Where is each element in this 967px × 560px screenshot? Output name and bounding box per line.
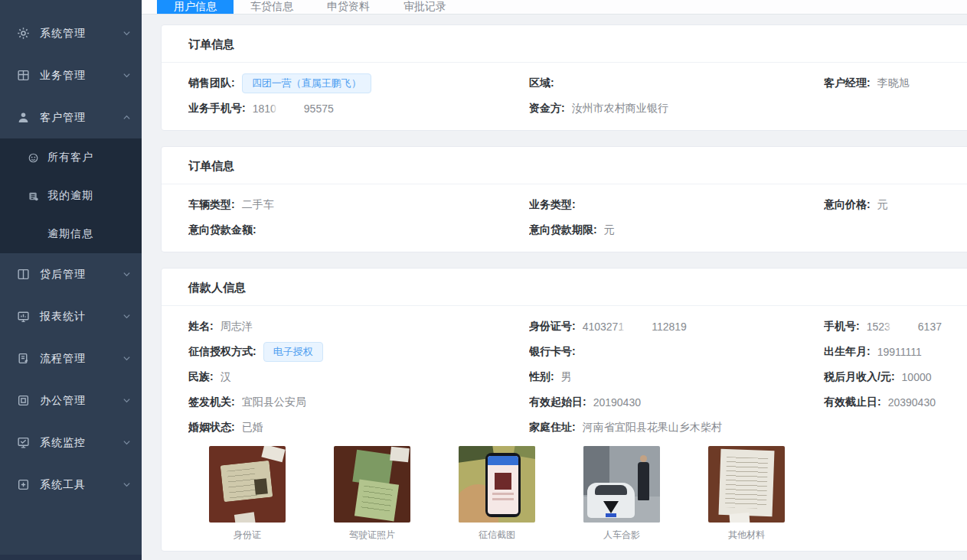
chevron-down-icon: [123, 396, 131, 405]
field-label: 区域:: [529, 77, 554, 90]
gear-icon: [17, 27, 30, 40]
chevron-down-icon: [123, 480, 131, 489]
document-photo-list: 身份证 驾驶证照片 征信截图: [188, 440, 967, 542]
field-label: 身份证号:: [529, 320, 576, 334]
sidebar-subitem-all-customers[interactable]: 所有客户: [0, 138, 142, 177]
sidebar-item-label: 系统工具: [40, 478, 123, 492]
sidebar: 系统管理 业务管理 客户管理 所有客户 我的逾期 逾期信息 贷后管理 报表统计: [0, 0, 142, 560]
field-value: 10000: [902, 371, 932, 383]
field-value: 李晓旭: [877, 77, 910, 90]
field-value: 元: [604, 223, 615, 237]
field-account-manager: 客户经理: 李晓旭: [824, 70, 967, 96]
field-gender: 性别: 男: [529, 364, 824, 389]
field-label: 民族:: [188, 370, 214, 384]
field-intent-loan-amount: 意向贷款金额:: [188, 217, 529, 243]
field-value-prefix: 1810: [253, 103, 276, 115]
photo-caption: 身份证: [209, 529, 286, 542]
office-icon: [17, 394, 30, 407]
tab-user-info[interactable]: 用户信息: [157, 0, 234, 14]
field-value: 河南省宜阳县花果山乡木柴村: [583, 421, 722, 435]
sidebar-item-report-statistics[interactable]: 报表统计: [0, 295, 142, 337]
green-booklet-photo[interactable]: [334, 446, 410, 523]
field-label: 客户经理:: [824, 77, 871, 90]
tab-car-loan-info[interactable]: 车贷信息: [234, 0, 310, 14]
field-valid-to: 有效截止日: 20390430: [824, 389, 967, 415]
field-label: 手机号:: [824, 320, 860, 334]
field-label: 有效截止日:: [824, 396, 881, 409]
field-birth-date: 出生年月: 19911111: [824, 339, 967, 364]
sidebar-subitem-overdue-info[interactable]: 逾期信息: [0, 215, 142, 253]
sidebar-item-label: 贷后管理: [40, 268, 123, 282]
field-issuing-authority: 签发机关: 宜阳县公安局: [188, 389, 529, 415]
sidebar-item-label: 办公管理: [40, 394, 123, 408]
monitor-icon: [17, 436, 30, 449]
overdue-icon: [28, 190, 39, 202]
redaction-blur: [891, 320, 917, 334]
sidebar-item-process-management[interactable]: 流程管理: [0, 337, 142, 379]
field-value: 男: [561, 370, 572, 384]
customer-management-submenu: 所有客户 我的逾期 逾期信息: [0, 138, 142, 253]
tab-approval-records[interactable]: 审批记录: [387, 0, 463, 14]
field-empty: [824, 415, 967, 440]
sidebar-item-label: 客户管理: [40, 111, 123, 125]
sidebar-item-customer-management[interactable]: 客户管理: [0, 96, 142, 138]
field-mobile-number: 手机号: 1523 6137: [824, 314, 967, 339]
borrower-info-card: 借款人信息 姓名: 周志洋 身份证号: 4103271 112819 手机号:: [161, 268, 967, 552]
grid-icon: [17, 69, 30, 82]
field-label: 家庭住址:: [529, 421, 576, 435]
field-bank-card-number: 银行卡号:: [529, 339, 824, 364]
field-value: 19911111: [877, 346, 922, 358]
process-icon: [17, 352, 30, 365]
sidebar-item-label: 流程管理: [40, 352, 123, 366]
person-car-photo[interactable]: [583, 446, 660, 523]
field-region: 区域:: [529, 70, 824, 96]
book-icon: [17, 268, 30, 281]
photo-item: 其他材料: [708, 446, 785, 542]
field-intent-loan-term: 意向贷款期限: 元: [529, 217, 824, 243]
field-label: 意向贷款期限:: [529, 223, 597, 237]
field-value: 周志洋: [221, 320, 253, 334]
field-label: 签发机关:: [188, 396, 235, 409]
detail-tabbar: 用户信息 车贷信息 申贷资料 审批记录: [142, 0, 967, 15]
sidebar-item-postloan-management[interactable]: 贷后管理: [0, 253, 142, 295]
chevron-down-icon: [123, 354, 131, 363]
field-value-suffix: 112819: [652, 321, 687, 333]
field-value-prefix: 1523: [867, 321, 890, 333]
field-intent-price: 意向价格: 元: [824, 192, 967, 217]
field-value-suffix: 95575: [304, 103, 334, 115]
card-body: 销售团队: 四团一营（直属王鹏飞） 区域: 客户经理: 李晓旭 业务手机号:: [162, 63, 967, 130]
phone-qr-photo[interactable]: [459, 446, 535, 523]
photo-item: 人车合影: [583, 446, 660, 542]
sidebar-item-system-monitoring[interactable]: 系统监控: [0, 422, 142, 464]
tab-loan-application-docs[interactable]: 申贷资料: [310, 0, 387, 14]
sales-team-tag[interactable]: 四团一营（直属王鹏飞）: [242, 73, 371, 93]
sidebar-item-label: 业务管理: [40, 69, 123, 83]
chevron-down-icon: [123, 312, 131, 321]
sidebar-subitem-my-overdue[interactable]: 我的逾期: [0, 177, 142, 215]
sidebar-item-system-tools[interactable]: 系统工具: [0, 464, 142, 506]
field-row: 婚姻状态: 已婚 家庭住址: 河南省宜阳县花果山乡木柴村: [188, 415, 967, 440]
photo-item: 征信截图: [459, 446, 535, 542]
sidebar-footer-bar: [0, 555, 142, 560]
sidebar-item-system-management[interactable]: 系统管理: [0, 12, 142, 54]
field-name: 姓名: 周志洋: [188, 314, 529, 339]
field-label: 银行卡号:: [529, 345, 576, 359]
chevron-down-icon: [123, 71, 131, 80]
field-label: 性别:: [529, 370, 554, 384]
main-content: 用户信息 车贷信息 申贷资料 审批记录 订单信息 销售团队: 四团一营（直属王鹏…: [142, 0, 967, 560]
id-card-photo[interactable]: [209, 446, 286, 523]
photo-item: 身份证: [209, 446, 286, 542]
sidebar-item-business-management[interactable]: 业务管理: [0, 54, 142, 96]
sidebar-item-office-management[interactable]: 办公管理: [0, 379, 142, 422]
photo-caption: 人车合影: [583, 529, 660, 542]
sidebar-subitem-label: 我的逾期: [47, 189, 93, 203]
document-photo[interactable]: [708, 446, 785, 523]
report-icon: [17, 310, 30, 323]
field-empty: [824, 96, 967, 121]
field-credit-auth-method: 征信授权方式: 电子授权: [188, 339, 529, 364]
field-funding-party: 资金方: 汝州市农村商业银行: [529, 96, 824, 121]
field-row: 车辆类型: 二手车 业务类型: 意向价格: 元: [188, 192, 967, 217]
field-row: 民族: 汉 性别: 男 税后月收入/元: 10000: [188, 364, 967, 389]
order-info-card-1: 订单信息 销售团队: 四团一营（直属王鹏飞） 区域: 客户经理: 李晓旭: [161, 24, 967, 131]
card-title: 订单信息: [162, 25, 967, 63]
